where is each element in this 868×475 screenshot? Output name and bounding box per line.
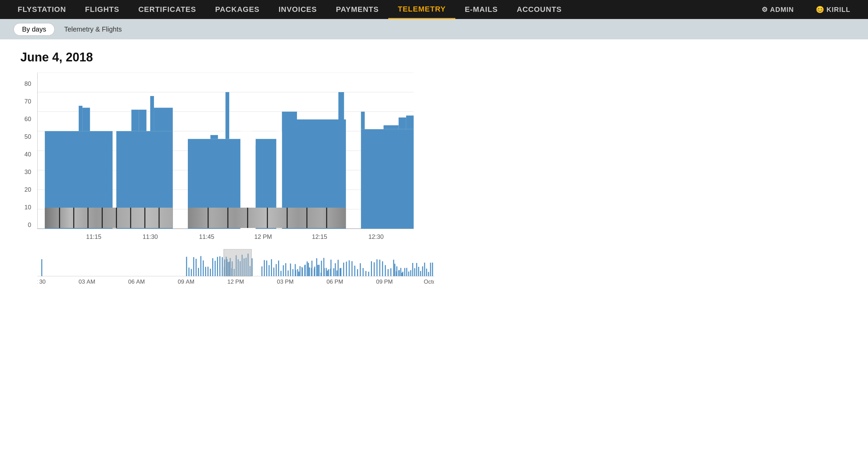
by-days-button[interactable]: By days [14,23,55,36]
nav-user[interactable]: 😊 KIRILL [806,0,860,19]
main-chart-canvas [37,73,417,242]
nav-flights[interactable]: FLIGHTS [76,0,129,19]
mini-chart-canvas [37,249,434,286]
sub-nav: By days Telemetry & Flights [0,19,868,39]
nav-certificates[interactable]: CERTIFICATES [129,0,205,19]
nav-invoices[interactable]: INVOICES [269,0,326,19]
nav-telemetry[interactable]: TELEMETRY [388,0,455,19]
nav-emails[interactable]: E-MAILS [455,0,507,19]
gear-icon: ⚙ [762,5,768,14]
nav-admin[interactable]: ⚙ ADMIN [752,0,804,19]
telemetry-flights-tab[interactable]: Telemetry & Flights [60,23,126,35]
page-content: June 4, 2018 0 10 20 30 40 50 60 70 80 [0,39,868,297]
main-chart-area: 0 10 20 30 40 50 60 70 80 [20,73,848,242]
nav-payments[interactable]: PAYMENTS [327,0,389,19]
main-nav: FLYSTATION FLIGHTS CERTIFICATES PACKAGES… [0,0,868,19]
nav-brand[interactable]: FLYSTATION [8,0,76,19]
user-icon: 😊 [816,5,825,14]
nav-accounts[interactable]: ACCOUNTS [507,0,571,19]
nav-packages[interactable]: PACKAGES [205,0,269,19]
page-title: June 4, 2018 [20,50,848,64]
mini-chart-area [37,249,434,286]
y-axis: 0 10 20 30 40 50 60 70 80 [20,73,37,229]
